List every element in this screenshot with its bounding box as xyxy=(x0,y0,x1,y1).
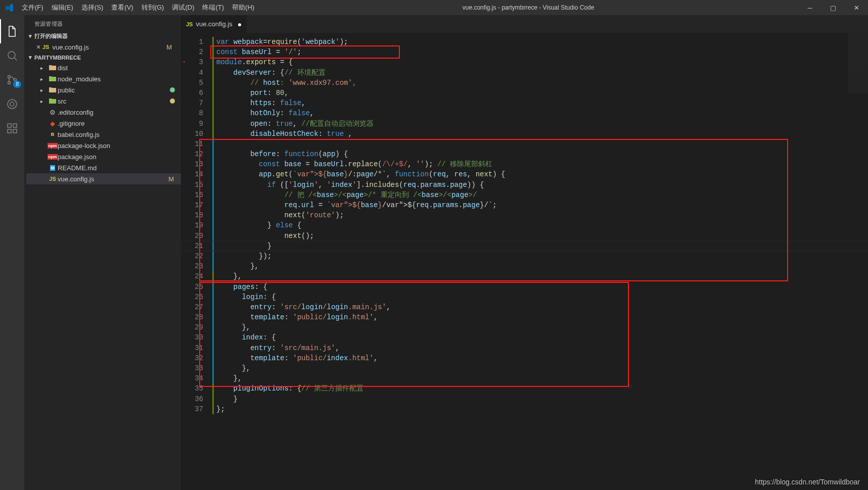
code-line[interactable]: hotOnly: false, xyxy=(212,108,505,118)
menu-go[interactable]: 转到(G) xyxy=(138,0,168,15)
code-line[interactable]: pages: { xyxy=(212,282,505,292)
code-line[interactable]: https: false, xyxy=(212,98,505,108)
code-line[interactable]: }; xyxy=(212,404,505,414)
open-editors-label: 打开的编辑器 xyxy=(34,32,68,40)
folder-src[interactable]: ▸src xyxy=(26,95,181,107)
code-line[interactable]: } xyxy=(212,241,505,251)
code-line[interactable]: // host: 'www.xdx97.com', xyxy=(212,78,505,88)
code-line[interactable]: req.url = `var">${base}/var">${req.param… xyxy=(212,200,505,210)
window-controls: ─ ▢ ✕ xyxy=(798,0,868,15)
code-line[interactable]: entry: 'src/login/login.main.js', xyxy=(212,302,505,312)
code-line[interactable]: next(); xyxy=(212,231,505,241)
line-number: 37 xyxy=(181,404,203,414)
code-line[interactable]: devServer: {// 环境配置 xyxy=(212,68,505,78)
folder-dist[interactable]: ▸dist xyxy=(26,62,181,73)
file--editorconfig[interactable]: ⚙.editorconfig xyxy=(26,107,181,118)
line-number: 16 xyxy=(181,190,203,200)
code-line[interactable]: } else { xyxy=(212,220,505,230)
code-line[interactable]: } xyxy=(212,394,505,404)
svg-point-1 xyxy=(8,76,11,78)
code-content[interactable]: var webpack=require('webpack');const bas… xyxy=(212,33,505,490)
code-line[interactable]: }); xyxy=(212,251,505,261)
code-line[interactable]: // 把 /<base>/<page>/* 重定向到 /<base>/<page… xyxy=(212,190,505,200)
line-number: 4 xyxy=(181,68,203,78)
code-line[interactable]: }, xyxy=(212,322,505,332)
extensions-icon[interactable] xyxy=(0,116,24,140)
code-line[interactable]: const base = baseUrl.replace(/\/+$/, '')… xyxy=(212,159,505,169)
line-number: 6 xyxy=(181,88,203,98)
code-line[interactable]: port: 80, xyxy=(212,88,505,98)
project-header[interactable]: ▾ PARTYMBRRECE xyxy=(24,53,181,62)
minimap[interactable] xyxy=(848,33,868,184)
watermark: https://blog.csdn.net/Tomwildboar xyxy=(755,478,860,486)
code-line[interactable]: module.exports = { xyxy=(212,57,505,67)
code-line[interactable]: template: 'public/index.html', xyxy=(212,353,505,363)
file-package-lock-json[interactable]: npmpackage-lock.json xyxy=(26,140,181,151)
file-vue-config-js[interactable]: JSvue.config.jsM xyxy=(26,173,181,184)
line-number: 20 xyxy=(181,231,203,241)
line-number: 25 xyxy=(181,282,203,292)
code-line[interactable]: next('route'); xyxy=(212,210,505,220)
code-line[interactable]: login: { xyxy=(212,292,505,302)
close-icon[interactable]: × xyxy=(34,43,42,51)
search-icon[interactable] xyxy=(0,43,24,68)
open-editors-header[interactable]: ▾ 打开的编辑器 xyxy=(24,31,181,41)
line-number: 34 xyxy=(181,373,203,383)
open-editor-item[interactable]: × JS vue.config.js M xyxy=(24,41,181,53)
code-line[interactable]: app.get(`var">${base}/:page/*`, function… xyxy=(212,169,505,179)
menu-view[interactable]: 查看(V) xyxy=(107,0,137,15)
code-line[interactable]: index: { xyxy=(212,332,505,342)
code-line[interactable]: disableHostCheck: true , xyxy=(212,129,505,139)
line-number: 11 xyxy=(181,139,203,149)
menu-selection[interactable]: 选择(S) xyxy=(77,0,107,15)
tree-item-label: vue.config.js xyxy=(58,175,168,183)
code-line[interactable]: if (['login', 'index'].includes(req.para… xyxy=(212,180,505,190)
tree-item-label: .gitignore xyxy=(58,120,181,127)
folder-icon xyxy=(48,87,58,93)
scm-badge: 8 xyxy=(13,81,21,88)
activity-bar: 8 xyxy=(0,15,24,490)
code-line[interactable]: template: 'public/login.html', xyxy=(212,312,505,322)
code-line[interactable]: }, xyxy=(212,363,505,373)
code-line[interactable]: var webpack=require('webpack'); xyxy=(212,37,505,47)
code-line[interactable] xyxy=(212,139,505,149)
svg-point-5 xyxy=(10,102,14,106)
line-number: 2 xyxy=(181,47,203,57)
menu-terminal[interactable]: 终端(T) xyxy=(198,0,228,15)
code-line[interactable]: pluginOptions: {// 第三方插件配置 xyxy=(212,383,505,394)
menu-help[interactable]: 帮助(H) xyxy=(228,0,258,15)
title-bar: 文件(F) 编辑(E) 选择(S) 查看(V) 转到(G) 调试(D) 终端(T… xyxy=(0,0,868,15)
file--gitignore[interactable]: ◆.gitignore xyxy=(26,118,181,129)
file-icon: ⚙ xyxy=(48,109,58,116)
code-line[interactable]: open: true, //配置自动启动浏览器 xyxy=(212,119,505,129)
menu-edit[interactable]: 编辑(E) xyxy=(48,0,77,15)
code-line[interactable]: entry: 'src/main.js', xyxy=(212,343,505,353)
folder-public[interactable]: ▸public xyxy=(26,84,181,95)
explorer-icon[interactable] xyxy=(0,19,24,43)
menu-debug[interactable]: 调试(D) xyxy=(168,0,198,15)
open-editor-filename: vue.config.js xyxy=(52,43,88,51)
maximize-button[interactable]: ▢ xyxy=(821,0,845,15)
chevron-down-icon: ▾ xyxy=(26,33,34,39)
close-button[interactable]: ✕ xyxy=(845,0,868,15)
source-control-icon[interactable]: 8 xyxy=(0,68,24,92)
code-editor[interactable]: 123▸456789101112131415161718192021222324… xyxy=(181,33,868,490)
folder-node-modules[interactable]: ▸node_modules xyxy=(26,73,181,84)
svg-rect-7 xyxy=(13,124,17,127)
code-line[interactable]: before: function(app) { xyxy=(212,149,505,159)
code-line[interactable]: }, xyxy=(212,373,505,383)
line-number: 28 xyxy=(181,312,203,322)
file-package-json[interactable]: npmpackage.json xyxy=(26,151,181,162)
file-babel-config-js[interactable]: Bbabel.config.js xyxy=(26,129,181,140)
modified-indicator: M xyxy=(166,43,177,51)
code-line[interactable]: }, xyxy=(212,271,505,281)
code-line[interactable]: const baseUrl = '/'; xyxy=(212,47,505,57)
svg-rect-8 xyxy=(8,129,11,133)
tab-vue-config[interactable]: JS vue.config.js ● xyxy=(181,15,247,33)
file-icon: M xyxy=(48,165,58,171)
minimize-button[interactable]: ─ xyxy=(798,0,821,15)
code-line[interactable]: }, xyxy=(212,261,505,271)
debug-icon[interactable] xyxy=(0,92,24,116)
menu-file[interactable]: 文件(F) xyxy=(18,0,48,15)
file-readme-md[interactable]: MREADME.md xyxy=(26,162,181,173)
